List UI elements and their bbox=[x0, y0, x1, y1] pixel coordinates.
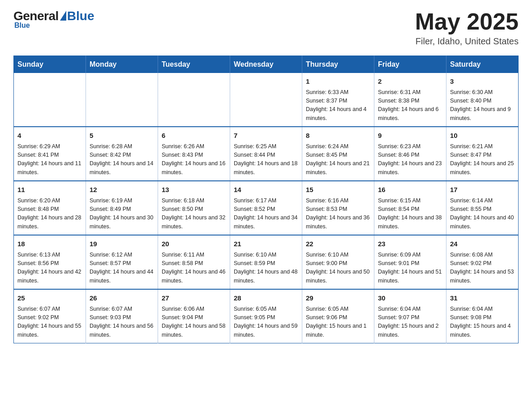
calendar-week-row: 25Sunrise: 6:07 AM Sunset: 9:02 PM Dayli… bbox=[14, 289, 519, 343]
day-number: 20 bbox=[162, 239, 226, 249]
day-number: 25 bbox=[17, 293, 82, 304]
calendar-day-cell: 1Sunrise: 6:33 AM Sunset: 8:37 PM Daylig… bbox=[302, 73, 374, 127]
calendar-week-row: 1Sunrise: 6:33 AM Sunset: 8:37 PM Daylig… bbox=[14, 73, 519, 127]
calendar-header: SundayMondayTuesdayWednesdayThursdayFrid… bbox=[14, 56, 519, 73]
calendar-day-cell: 4Sunrise: 6:29 AM Sunset: 8:41 PM Daylig… bbox=[14, 127, 86, 181]
day-number: 19 bbox=[90, 239, 154, 249]
day-info: Sunrise: 6:07 AM Sunset: 9:02 PM Dayligh… bbox=[17, 305, 82, 340]
logo-underline: Blue bbox=[14, 21, 30, 30]
calendar-header-cell: Saturday bbox=[446, 56, 519, 73]
day-info: Sunrise: 6:28 AM Sunset: 8:42 PM Dayligh… bbox=[90, 142, 154, 177]
page-header: General Blue Blue May 2025 Filer, Idaho,… bbox=[13, 9, 519, 47]
day-info: Sunrise: 6:30 AM Sunset: 8:40 PM Dayligh… bbox=[450, 88, 515, 123]
day-number: 8 bbox=[306, 131, 370, 141]
calendar-day-cell: 16Sunrise: 6:15 AM Sunset: 8:54 PM Dayli… bbox=[374, 181, 446, 235]
day-number: 16 bbox=[378, 185, 442, 195]
calendar-day-cell: 28Sunrise: 6:05 AM Sunset: 9:05 PM Dayli… bbox=[230, 289, 302, 343]
title-block: May 2025 Filer, Idaho, United States bbox=[415, 9, 519, 47]
day-number: 12 bbox=[90, 185, 154, 195]
calendar-table: SundayMondayTuesdayWednesdayThursdayFrid… bbox=[13, 56, 519, 343]
calendar-day-cell: 27Sunrise: 6:06 AM Sunset: 9:04 PM Dayli… bbox=[158, 289, 230, 343]
day-number: 3 bbox=[450, 77, 515, 87]
day-info: Sunrise: 6:10 AM Sunset: 8:59 PM Dayligh… bbox=[234, 251, 298, 286]
day-info: Sunrise: 6:29 AM Sunset: 8:41 PM Dayligh… bbox=[17, 142, 82, 177]
calendar-header-cell: Thursday bbox=[302, 56, 374, 73]
calendar-day-cell bbox=[14, 73, 86, 127]
day-number: 14 bbox=[234, 185, 298, 195]
day-info: Sunrise: 6:18 AM Sunset: 8:50 PM Dayligh… bbox=[162, 197, 226, 231]
calendar-header-cell: Friday bbox=[374, 56, 446, 73]
day-info: Sunrise: 6:13 AM Sunset: 8:56 PM Dayligh… bbox=[17, 251, 82, 286]
day-info: Sunrise: 6:15 AM Sunset: 8:54 PM Dayligh… bbox=[378, 197, 442, 231]
calendar-day-cell bbox=[86, 73, 158, 127]
calendar-day-cell bbox=[230, 73, 302, 127]
day-number: 6 bbox=[162, 131, 226, 141]
calendar-day-cell: 25Sunrise: 6:07 AM Sunset: 9:02 PM Dayli… bbox=[14, 289, 86, 343]
day-number: 31 bbox=[450, 293, 515, 304]
day-info: Sunrise: 6:10 AM Sunset: 9:00 PM Dayligh… bbox=[306, 251, 370, 286]
day-number: 24 bbox=[450, 239, 515, 249]
logo-blue-text: Blue bbox=[67, 9, 94, 23]
calendar-body: 1Sunrise: 6:33 AM Sunset: 8:37 PM Daylig… bbox=[14, 73, 519, 343]
day-number: 10 bbox=[450, 131, 515, 141]
day-info: Sunrise: 6:19 AM Sunset: 8:49 PM Dayligh… bbox=[90, 197, 154, 231]
calendar-day-cell: 5Sunrise: 6:28 AM Sunset: 8:42 PM Daylig… bbox=[86, 127, 158, 181]
day-number: 22 bbox=[306, 239, 370, 249]
calendar-day-cell: 22Sunrise: 6:10 AM Sunset: 9:00 PM Dayli… bbox=[302, 235, 374, 289]
day-info: Sunrise: 6:21 AM Sunset: 8:47 PM Dayligh… bbox=[450, 142, 515, 177]
day-info: Sunrise: 6:26 AM Sunset: 8:43 PM Dayligh… bbox=[162, 142, 226, 177]
calendar-day-cell: 8Sunrise: 6:24 AM Sunset: 8:45 PM Daylig… bbox=[302, 127, 374, 181]
day-info: Sunrise: 6:31 AM Sunset: 8:38 PM Dayligh… bbox=[378, 88, 442, 123]
day-info: Sunrise: 6:07 AM Sunset: 9:03 PM Dayligh… bbox=[90, 305, 154, 340]
calendar-day-cell: 17Sunrise: 6:14 AM Sunset: 8:55 PM Dayli… bbox=[446, 181, 519, 235]
day-number: 11 bbox=[17, 185, 82, 195]
day-info: Sunrise: 6:20 AM Sunset: 8:48 PM Dayligh… bbox=[17, 197, 82, 231]
day-info: Sunrise: 6:04 AM Sunset: 9:07 PM Dayligh… bbox=[378, 305, 442, 340]
day-number: 1 bbox=[306, 77, 370, 87]
day-number: 2 bbox=[378, 77, 442, 87]
day-info: Sunrise: 6:09 AM Sunset: 9:01 PM Dayligh… bbox=[378, 251, 442, 286]
day-number: 7 bbox=[234, 131, 298, 141]
day-number: 13 bbox=[162, 185, 226, 195]
calendar-day-cell: 14Sunrise: 6:17 AM Sunset: 8:52 PM Dayli… bbox=[230, 181, 302, 235]
day-number: 29 bbox=[306, 293, 370, 304]
calendar-week-row: 18Sunrise: 6:13 AM Sunset: 8:56 PM Dayli… bbox=[14, 235, 519, 289]
day-number: 30 bbox=[378, 293, 442, 304]
day-info: Sunrise: 6:24 AM Sunset: 8:45 PM Dayligh… bbox=[306, 142, 370, 177]
calendar-location: Filer, Idaho, United States bbox=[415, 36, 519, 47]
day-info: Sunrise: 6:16 AM Sunset: 8:53 PM Dayligh… bbox=[306, 197, 370, 231]
day-info: Sunrise: 6:06 AM Sunset: 9:04 PM Dayligh… bbox=[162, 305, 226, 340]
calendar-header-cell: Tuesday bbox=[158, 56, 230, 73]
calendar-day-cell: 12Sunrise: 6:19 AM Sunset: 8:49 PM Dayli… bbox=[86, 181, 158, 235]
day-number: 15 bbox=[306, 185, 370, 195]
calendar-day-cell: 9Sunrise: 6:23 AM Sunset: 8:46 PM Daylig… bbox=[374, 127, 446, 181]
calendar-day-cell: 13Sunrise: 6:18 AM Sunset: 8:50 PM Dayli… bbox=[158, 181, 230, 235]
day-number: 9 bbox=[378, 131, 442, 141]
calendar-day-cell: 20Sunrise: 6:11 AM Sunset: 8:58 PM Dayli… bbox=[158, 235, 230, 289]
day-number: 23 bbox=[378, 239, 442, 249]
calendar-header-cell: Sunday bbox=[14, 56, 86, 73]
day-number: 18 bbox=[17, 239, 82, 249]
logo-triangle-icon bbox=[60, 11, 66, 21]
calendar-day-cell bbox=[158, 73, 230, 127]
calendar-week-row: 11Sunrise: 6:20 AM Sunset: 8:48 PM Dayli… bbox=[14, 181, 519, 235]
day-info: Sunrise: 6:12 AM Sunset: 8:57 PM Dayligh… bbox=[90, 251, 154, 286]
day-info: Sunrise: 6:14 AM Sunset: 8:55 PM Dayligh… bbox=[450, 197, 515, 231]
calendar-day-cell: 23Sunrise: 6:09 AM Sunset: 9:01 PM Dayli… bbox=[374, 235, 446, 289]
day-number: 27 bbox=[162, 293, 226, 304]
day-info: Sunrise: 6:08 AM Sunset: 9:02 PM Dayligh… bbox=[450, 251, 515, 286]
calendar-day-cell: 21Sunrise: 6:10 AM Sunset: 8:59 PM Dayli… bbox=[230, 235, 302, 289]
calendar-day-cell: 18Sunrise: 6:13 AM Sunset: 8:56 PM Dayli… bbox=[14, 235, 86, 289]
day-info: Sunrise: 6:33 AM Sunset: 8:37 PM Dayligh… bbox=[306, 88, 370, 123]
calendar-week-row: 4Sunrise: 6:29 AM Sunset: 8:41 PM Daylig… bbox=[14, 127, 519, 181]
calendar-day-cell: 6Sunrise: 6:26 AM Sunset: 8:43 PM Daylig… bbox=[158, 127, 230, 181]
calendar-day-cell: 3Sunrise: 6:30 AM Sunset: 8:40 PM Daylig… bbox=[446, 73, 519, 127]
calendar-header-cell: Wednesday bbox=[230, 56, 302, 73]
calendar-day-cell: 11Sunrise: 6:20 AM Sunset: 8:48 PM Dayli… bbox=[14, 181, 86, 235]
day-info: Sunrise: 6:23 AM Sunset: 8:46 PM Dayligh… bbox=[378, 142, 442, 177]
calendar-day-cell: 7Sunrise: 6:25 AM Sunset: 8:44 PM Daylig… bbox=[230, 127, 302, 181]
day-info: Sunrise: 6:11 AM Sunset: 8:58 PM Dayligh… bbox=[162, 251, 226, 286]
day-info: Sunrise: 6:25 AM Sunset: 8:44 PM Dayligh… bbox=[234, 142, 298, 177]
day-info: Sunrise: 6:04 AM Sunset: 9:08 PM Dayligh… bbox=[450, 305, 515, 340]
calendar-day-cell: 26Sunrise: 6:07 AM Sunset: 9:03 PM Dayli… bbox=[86, 289, 158, 343]
